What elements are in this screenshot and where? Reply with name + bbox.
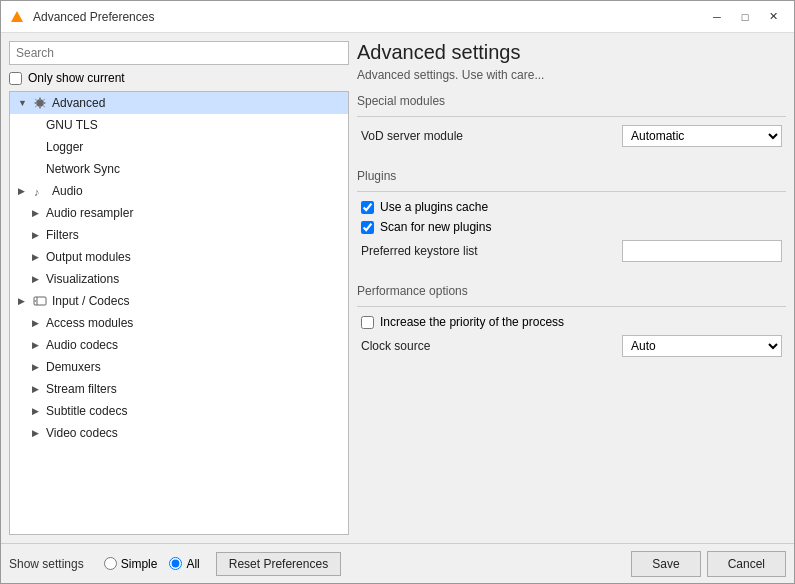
tree-label-demuxers: Demuxers	[46, 360, 101, 374]
clock-source-label: Clock source	[361, 339, 622, 353]
expand-arrow: ▶	[32, 340, 46, 350]
close-button[interactable]: ✕	[760, 7, 786, 27]
svg-point-8	[35, 300, 37, 302]
expand-arrow: ▶	[32, 428, 46, 438]
tree-item-subtitle-codecs[interactable]: ▶ Subtitle codecs	[10, 400, 348, 422]
expand-arrow: ▶	[32, 318, 46, 328]
main-content: Only show current ▼ Advanced	[1, 33, 794, 543]
tree-item-output-modules[interactable]: ▶ Output modules	[10, 246, 348, 268]
tree-item-audio-codecs[interactable]: ▶ Audio codecs	[10, 334, 348, 356]
tree-container[interactable]: ▼ Advanced GNU TLS	[9, 91, 349, 535]
save-button[interactable]: Save	[631, 551, 700, 577]
reset-preferences-button[interactable]: Reset Preferences	[216, 552, 341, 576]
tree-item-video-codecs[interactable]: ▶ Video codecs	[10, 422, 348, 444]
tree-label-logger: Logger	[46, 140, 83, 154]
simple-label: Simple	[121, 557, 158, 571]
vlc-icon	[9, 9, 25, 25]
preferred-keystore-input[interactable]	[622, 240, 782, 262]
tree-item-gnu-tls[interactable]: GNU TLS	[10, 114, 348, 136]
plugins-cache-row: Use a plugins cache	[357, 200, 786, 214]
tree-label-input-codecs: Input / Codecs	[52, 294, 129, 308]
tree-item-audio-resampler[interactable]: ▶ Audio resampler	[10, 202, 348, 224]
tree-item-access-modules[interactable]: ▶ Access modules	[10, 312, 348, 334]
input-codecs-icon	[32, 293, 48, 309]
performance-header: Performance options	[357, 284, 786, 298]
divider	[357, 306, 786, 307]
expand-arrow: ▶	[32, 274, 46, 284]
advanced-settings-subtitle: Advanced settings. Use with care...	[357, 68, 786, 82]
tree-label-visualizations: Visualizations	[46, 272, 119, 286]
vod-server-label: VoD server module	[361, 129, 622, 143]
left-panel: Only show current ▼ Advanced	[9, 41, 349, 535]
tree-label-stream-filters: Stream filters	[46, 382, 117, 396]
vod-server-row: VoD server module Automatic None	[357, 125, 786, 147]
tree-item-advanced[interactable]: ▼ Advanced	[10, 92, 348, 114]
only-show-current-checkbox[interactable]	[9, 72, 22, 85]
expand-arrow-audio: ▶	[18, 186, 32, 196]
tree-label-video-codecs: Video codecs	[46, 426, 118, 440]
preferred-keystore-control	[622, 240, 782, 262]
tree-item-visualizations[interactable]: ▶ Visualizations	[10, 268, 348, 290]
tree-item-stream-filters[interactable]: ▶ Stream filters	[10, 378, 348, 400]
svg-rect-1	[15, 20, 19, 22]
title-bar-left: Advanced Preferences	[9, 9, 154, 25]
show-settings-label: Show settings	[9, 557, 84, 571]
collapse-arrow: ▼	[18, 98, 32, 108]
vod-server-dropdown[interactable]: Automatic None	[622, 125, 782, 147]
tree-label-advanced: Advanced	[52, 96, 105, 110]
plugins-cache-label: Use a plugins cache	[380, 200, 488, 214]
increase-priority-checkbox[interactable]	[361, 316, 374, 329]
tree-item-input-codecs[interactable]: ▶ Input / Codecs	[10, 290, 348, 312]
special-modules-section: Special modules VoD server module Automa…	[357, 94, 786, 155]
expand-arrow: ▶	[32, 384, 46, 394]
action-buttons: Save Cancel	[631, 551, 786, 577]
preferred-keystore-row: Preferred keystore list	[357, 240, 786, 262]
divider	[357, 116, 786, 117]
plugins-cache-checkbox[interactable]	[361, 201, 374, 214]
audio-icon: ♪	[32, 183, 48, 199]
tree-label-audio-resampler: Audio resampler	[46, 206, 133, 220]
simple-radio-item: Simple	[104, 557, 158, 571]
window-title: Advanced Preferences	[33, 10, 154, 24]
special-modules-header: Special modules	[357, 94, 786, 108]
only-show-current-label: Only show current	[28, 71, 125, 85]
scan-plugins-checkbox[interactable]	[361, 221, 374, 234]
tree-item-demuxers[interactable]: ▶ Demuxers	[10, 356, 348, 378]
increase-priority-label: Increase the priority of the process	[380, 315, 564, 329]
minimize-button[interactable]: ─	[704, 7, 730, 27]
scan-plugins-row: Scan for new plugins	[357, 220, 786, 234]
title-bar-buttons: ─ □ ✕	[704, 7, 786, 27]
expand-arrow: ▶	[32, 252, 46, 262]
vod-server-control: Automatic None	[622, 125, 782, 147]
bottom-bar: Show settings Simple All Reset Preferenc…	[1, 543, 794, 583]
tree-item-filters[interactable]: ▶ Filters	[10, 224, 348, 246]
expand-arrow: ▶	[32, 230, 46, 240]
expand-arrow: ▶	[32, 362, 46, 372]
expand-arrow-input-codecs: ▶	[18, 296, 32, 306]
main-window: Advanced Preferences ─ □ ✕ Only show cur…	[0, 0, 795, 584]
search-input[interactable]	[9, 41, 349, 65]
tree-label-network-sync: Network Sync	[46, 162, 120, 176]
svg-point-4	[39, 102, 42, 105]
tree-item-network-sync[interactable]: Network Sync	[10, 158, 348, 180]
maximize-button[interactable]: □	[732, 7, 758, 27]
cancel-button[interactable]: Cancel	[707, 551, 786, 577]
gear-icon	[32, 95, 48, 111]
all-label: All	[186, 557, 199, 571]
tree-label-filters: Filters	[46, 228, 79, 242]
tree-label-gnu-tls: GNU TLS	[46, 118, 98, 132]
tree-item-logger[interactable]: Logger	[10, 136, 348, 158]
expand-arrow: ▶	[32, 406, 46, 416]
clock-source-dropdown[interactable]: Auto System	[622, 335, 782, 357]
tree-label-audio-codecs: Audio codecs	[46, 338, 118, 352]
plugins-header: Plugins	[357, 169, 786, 183]
tree-item-audio[interactable]: ▶ ♪ Audio	[10, 180, 348, 202]
simple-radio[interactable]	[104, 557, 117, 570]
plugins-section: Plugins Use a plugins cache Scan for new…	[357, 169, 786, 270]
expand-arrow: ▶	[32, 208, 46, 218]
all-radio-item: All	[169, 557, 199, 571]
performance-section: Performance options Increase the priorit…	[357, 284, 786, 365]
tree-label-subtitle-codecs: Subtitle codecs	[46, 404, 127, 418]
all-radio[interactable]	[169, 557, 182, 570]
tree-label-audio: Audio	[52, 184, 83, 198]
